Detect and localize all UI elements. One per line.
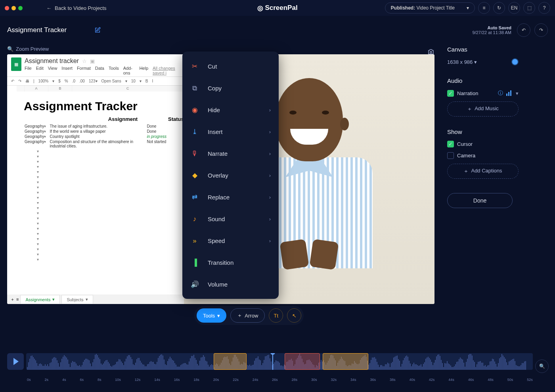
- play-icon: [13, 358, 19, 365]
- add-arrow-button[interactable]: ＋Arrow: [230, 308, 265, 323]
- undo-redo: ↶ ↷: [517, 23, 548, 37]
- plus-icon: ＋: [463, 168, 469, 175]
- sheet-tab: Subjects ▾: [61, 295, 93, 304]
- chevron-right-icon: ›: [269, 238, 271, 244]
- sheets-logo-icon: ▦: [11, 57, 21, 71]
- back-button[interactable]: ← Back to Video Projects: [46, 5, 107, 11]
- bars-icon[interactable]: [506, 90, 513, 96]
- arrow-left-icon: ←: [46, 5, 52, 11]
- alert-icon[interactable]: ⓘ: [498, 90, 503, 97]
- canvas-size-dropdown[interactable]: 1638 x 986 ▾: [447, 59, 477, 65]
- camera-toggle[interactable]: Camera: [447, 152, 519, 159]
- minimize-window[interactable]: [11, 6, 16, 10]
- language-button[interactable]: EN: [508, 2, 520, 14]
- star-icon: ☆: [82, 58, 87, 64]
- maximize-window[interactable]: [18, 6, 23, 10]
- tools-menu-overlay[interactable]: ◆Overlay›: [182, 164, 279, 186]
- chevron-right-icon: ›: [269, 216, 271, 222]
- cursor-tool-button[interactable]: ↖: [287, 308, 301, 323]
- playlist-icon[interactable]: ≡: [478, 2, 490, 14]
- doc-menu-item: Format: [77, 66, 91, 75]
- tools-menu-transition[interactable]: ▐Transition: [182, 252, 279, 273]
- publish-status-dropdown[interactable]: Published: Video Project Title ▾: [385, 2, 475, 13]
- screenshare-content: ▦ Assignment tracker☆▣ FileEditViewInser…: [7, 54, 184, 304]
- tools-menu-replace[interactable]: ⇄Replace›: [182, 186, 279, 208]
- tools-menu-speed[interactable]: »Speed›: [182, 230, 279, 252]
- audio-indicators: ⓘ ▾: [498, 90, 519, 97]
- close-window[interactable]: [5, 6, 9, 10]
- add-captions-button[interactable]: ＋Add Captions: [447, 164, 519, 179]
- back-label: Back to Video Projects: [55, 5, 107, 11]
- doc-toolbar: ↶↷🖶|100%▾$%.0.00123▾Open Sans▾10▾BI: [7, 76, 184, 86]
- doc-menu: FileEditViewInsertFormatDataToolsAdd-ons…: [7, 65, 184, 76]
- cursor-icon: ↖: [292, 313, 297, 319]
- chevron-right-icon: ›: [269, 172, 271, 178]
- redo-button[interactable]: ↷: [534, 23, 548, 37]
- timeline-zoom-button[interactable]: 🔍: [535, 359, 549, 373]
- magnifier-icon: 🔍: [7, 46, 13, 52]
- undo-button[interactable]: ↶: [517, 23, 530, 37]
- narration-toggle[interactable]: ✓ Narration ⓘ ▾: [447, 90, 519, 97]
- layers-icon[interactable]: ⬚: [523, 2, 535, 14]
- add-music-button[interactable]: ＋Add Music: [447, 101, 519, 117]
- doc-menu-item: Add-ons: [123, 66, 135, 75]
- timeline-track[interactable]: [26, 353, 533, 370]
- help-icon[interactable]: ?: [538, 2, 550, 14]
- plus-icon: ＋: [237, 312, 242, 319]
- play-button[interactable]: [7, 353, 24, 370]
- doc-title: Assignment tracker☆▣: [7, 54, 184, 65]
- plus-icon: ＋: [467, 105, 472, 113]
- tools-menu-hide[interactable]: ◉Hide›: [182, 99, 279, 121]
- tools-menu-narrate[interactable]: 🎙Narrate›: [182, 143, 279, 164]
- table-row: Geography▾The issue of aging infrastruct…: [7, 124, 184, 129]
- history-icon[interactable]: ↻: [493, 2, 505, 14]
- tools-dropdown-button[interactable]: Tools ▾: [197, 308, 226, 323]
- svg-rect-1: [506, 94, 507, 96]
- window-controls: [5, 6, 23, 10]
- doc-menu-item: Data: [95, 66, 104, 75]
- playhead[interactable]: [272, 353, 273, 370]
- timeline: [7, 350, 533, 375]
- zoom-label: Zoom Preview: [16, 46, 49, 52]
- add-sheet-icon: ＋: [10, 296, 15, 302]
- edit-title-icon[interactable]: [94, 27, 101, 33]
- transition-icon: ▐: [190, 259, 199, 267]
- cursor-toggle[interactable]: ✓ Cursor: [447, 141, 519, 147]
- topbar: ← Back to Video Projects ◎ ScreenPal Pub…: [0, 0, 555, 16]
- replace-icon: ⇄: [190, 193, 199, 201]
- chevron-down-icon[interactable]: ▾: [516, 90, 519, 96]
- chevron-down-icon: ▾: [474, 59, 477, 65]
- chevron-right-icon: ›: [269, 107, 271, 113]
- text-tool-button[interactable]: Tt: [269, 308, 283, 323]
- checkbox-checked-icon: ✓: [447, 141, 454, 147]
- all-sheets-icon: ≡: [16, 297, 19, 302]
- hide-icon: ◉: [190, 106, 199, 114]
- table-row: Geography▾If the world were a village pa…: [7, 129, 184, 134]
- cut-icon: ✂: [190, 62, 199, 71]
- tools-menu-insert[interactable]: ⤓Insert›: [182, 121, 279, 143]
- doc-menu-item: Edit: [36, 66, 44, 75]
- publish-status: Published: Video Project Title: [391, 5, 455, 11]
- tools-menu-volume[interactable]: 🔊Volume: [182, 273, 279, 295]
- chevron-down-icon: ▾: [467, 5, 469, 11]
- right-panel: Canvas 1638 x 986 ▾ Audio ✓ Narration ⓘ …: [447, 46, 519, 315]
- tools-menu-sound[interactable]: ♪Sound›: [182, 208, 279, 230]
- zoom-preview-button[interactable]: 🔍 Zoom Preview: [7, 46, 439, 52]
- tools-menu-copy[interactable]: ⧉Copy: [182, 77, 279, 99]
- doc-menu-item: View: [48, 66, 57, 75]
- overlay-icon: ◆: [190, 171, 199, 180]
- done-button[interactable]: Done: [447, 193, 513, 208]
- folder-icon: ▣: [90, 58, 95, 64]
- doc-menu-item: File: [25, 66, 32, 75]
- autosave-label: Auto Saved: [473, 25, 511, 30]
- insert-icon: ⤓: [190, 128, 199, 136]
- svg-point-0: [430, 52, 432, 54]
- table-row: Geography▾Country spotlightin progress: [7, 134, 184, 139]
- autosave-time: 9/27/22 at 11:38 AM: [473, 30, 511, 35]
- canvas-color-swatch[interactable]: [511, 58, 519, 65]
- tools-menu-cut[interactable]: ✂Cut: [182, 55, 279, 77]
- sound-icon: ♪: [190, 215, 199, 223]
- blank-rows: ▾▾▾▾▾▾▾▾▾▾▾▾▾▾▾▾▾▾▾▾▾▾: [7, 149, 184, 262]
- checkbox-checked-icon: ✓: [447, 90, 454, 97]
- sheet-tabs: ＋ ≡ Assignments ▾ Subjects ▾: [7, 294, 184, 304]
